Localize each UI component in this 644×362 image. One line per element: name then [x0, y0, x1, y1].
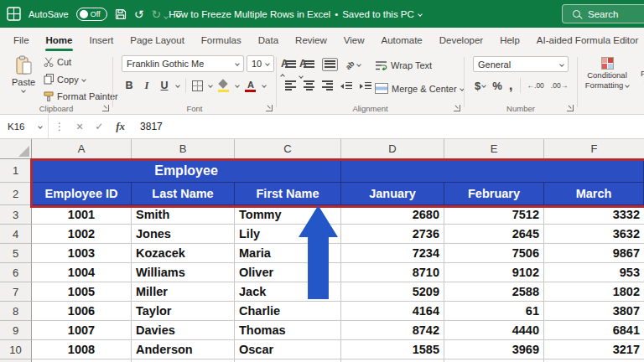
cell[interactable]: Oliver: [235, 263, 341, 282]
cell[interactable]: 1002: [32, 225, 132, 244]
comma-style-button[interactable]: ,: [509, 82, 513, 89]
align-left-icon[interactable]: [285, 80, 296, 92]
cell[interactable]: Williams: [132, 263, 235, 282]
currency-format-button[interactable]: $: [475, 80, 486, 92]
orientation-icon[interactable]: [345, 59, 361, 70]
number-dialog-launcher-icon[interactable]: [567, 105, 574, 111]
cell[interactable]: 2736: [341, 225, 444, 244]
cell[interactable]: 1007: [32, 321, 132, 340]
tab-home[interactable]: Home: [38, 28, 81, 52]
formula-bar-value[interactable]: 3817: [132, 121, 163, 132]
copy-button[interactable]: Copy: [44, 74, 118, 85]
align-middle-icon[interactable]: [304, 60, 314, 69]
cell[interactable]: 7512: [444, 205, 544, 225]
align-center-icon[interactable]: [304, 80, 314, 92]
cell[interactable]: 6841: [544, 321, 644, 340]
tab-insert[interactable]: Insert: [80, 28, 122, 52]
cell[interactable]: 4164: [341, 302, 444, 321]
row-header[interactable]: 5: [0, 244, 32, 263]
cell[interactable]: 1802: [544, 282, 644, 302]
cell[interactable]: 3217: [544, 340, 644, 359]
insert-function-icon[interactable]: fx: [109, 120, 132, 133]
conditional-formatting-button[interactable]: Conditional Formatting: [583, 57, 631, 90]
tab-page-layout[interactable]: Page Layout: [122, 28, 193, 52]
cell[interactable]: 7234: [341, 244, 444, 263]
cell[interactable]: 2680: [341, 205, 444, 225]
row-header[interactable]: 1: [0, 159, 32, 183]
row-header[interactable]: 6: [0, 263, 32, 282]
format-painter-button[interactable]: Format Painter: [44, 91, 118, 101]
cell[interactable]: Kozacek: [132, 244, 235, 263]
fill-color-icon[interactable]: [218, 80, 230, 92]
cell[interactable]: 953: [544, 263, 644, 282]
tab-view[interactable]: View: [335, 28, 373, 52]
column-header-a[interactable]: A: [32, 139, 132, 159]
bold-button[interactable]: B: [123, 80, 135, 91]
row-header[interactable]: 7: [0, 282, 32, 302]
cell[interactable]: 2645: [444, 225, 544, 244]
font-size-select[interactable]: 10: [247, 55, 274, 72]
font-dialog-launcher-icon[interactable]: [266, 105, 273, 111]
cell[interactable]: Oscar: [235, 340, 341, 359]
tab-formulas[interactable]: Formulas: [193, 28, 250, 52]
increase-decimal-icon[interactable]: ←.00: [527, 81, 544, 90]
document-title[interactable]: How to Freeze Multiple Rows in Excel • S…: [0, 0, 617, 28]
cell[interactable]: 4440: [444, 321, 544, 340]
align-bottom-icon[interactable]: [322, 58, 338, 71]
column-header-e[interactable]: E: [444, 139, 544, 159]
cell[interactable]: 5209: [341, 282, 444, 302]
cell[interactable]: Taylor: [132, 302, 235, 321]
cell[interactable]: 9867: [544, 244, 644, 263]
font-name-select[interactable]: Franklin Gothic Me: [122, 55, 244, 72]
tab-ai-formula-editor[interactable]: AI-aided Formula Editor: [528, 28, 644, 52]
number-format-select[interactable]: General: [473, 56, 569, 72]
row-header[interactable]: 2: [0, 183, 32, 205]
cell[interactable]: Davies: [132, 321, 235, 340]
row-header[interactable]: 10: [0, 340, 32, 359]
search-box[interactable]: Search: [562, 4, 644, 23]
header-cell[interactable]: March: [544, 183, 644, 205]
cell[interactable]: 1004: [32, 263, 132, 282]
cell[interactable]: 1003: [32, 244, 132, 263]
cell[interactable]: Thomas: [235, 321, 341, 340]
cell[interactable]: 3332: [544, 205, 644, 225]
banner-cell-months[interactable]: [341, 159, 644, 183]
banner-cell-employee[interactable]: Employee: [32, 159, 341, 183]
cell[interactable]: 8710: [341, 263, 444, 282]
cell[interactable]: Miller: [132, 282, 235, 302]
clipboard-dialog-launcher-icon[interactable]: [102, 105, 109, 111]
row-header[interactable]: 3: [0, 205, 32, 225]
align-right-icon[interactable]: [322, 80, 333, 92]
tab-file[interactable]: File: [5, 28, 38, 52]
cell[interactable]: Jack: [235, 282, 341, 302]
more-options-icon[interactable]: ⋮: [49, 121, 70, 132]
italic-button[interactable]: I: [141, 80, 153, 92]
borders-icon[interactable]: [192, 80, 203, 91]
cell[interactable]: 7506: [444, 244, 544, 263]
cell[interactable]: Anderson: [132, 340, 235, 359]
merge-center-button[interactable]: Merge & Center: [375, 83, 464, 94]
cell[interactable]: 61: [444, 302, 544, 321]
header-cell[interactable]: Last Name: [132, 183, 235, 205]
cut-button[interactable]: Cut: [44, 57, 118, 67]
align-top-icon[interactable]: [285, 60, 296, 69]
tab-developer[interactable]: Developer: [431, 28, 491, 52]
row-header[interactable]: 4: [0, 225, 32, 244]
cell[interactable]: 9102: [444, 263, 544, 282]
row-header[interactable]: 9: [0, 321, 32, 340]
tab-data[interactable]: Data: [250, 28, 287, 52]
cell[interactable]: Charlie: [235, 302, 341, 321]
cell[interactable]: Maria: [235, 244, 341, 263]
row-header[interactable]: 8: [0, 302, 32, 321]
tab-help[interactable]: Help: [491, 28, 528, 52]
header-cell[interactable]: Employee ID: [32, 183, 132, 205]
format-as-table-button[interactable]: Format Table: [635, 57, 644, 88]
cell[interactable]: 1585: [341, 340, 444, 359]
paste-button[interactable]: Paste: [7, 55, 40, 92]
cell[interactable]: 3807: [544, 302, 644, 321]
column-header-d[interactable]: D: [341, 139, 444, 159]
cell[interactable]: 8742: [341, 321, 444, 340]
header-cell[interactable]: January: [341, 183, 444, 205]
cell[interactable]: 1001: [32, 205, 132, 225]
cell[interactable]: 1005: [32, 282, 132, 302]
